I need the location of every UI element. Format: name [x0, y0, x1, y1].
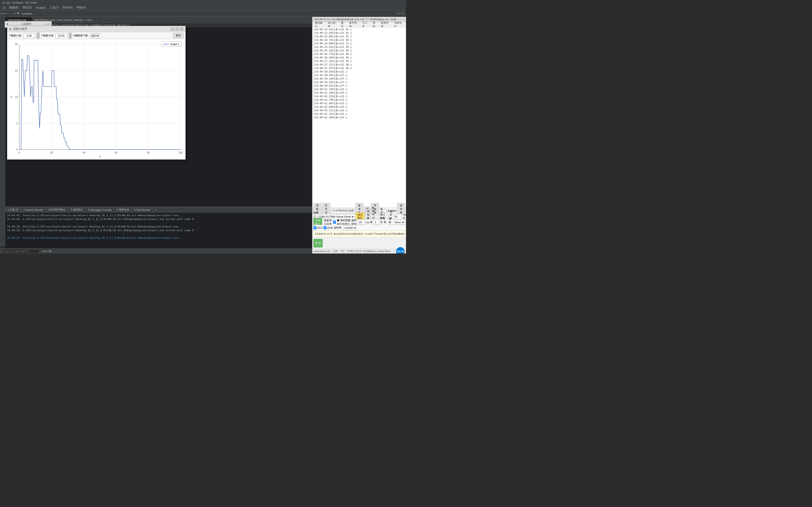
sscom-menu-bar: 通讯窗口 串口设置 显示 多字符串 小工具 帮助 联系作者 大虾论坛	[312, 22, 406, 27]
legend-label: Graph 1	[170, 43, 180, 46]
sscom-log-line-20: [14:49:41.526]发→◇33 □	[313, 95, 405, 98]
sscom-title-text: SSCOM V5.13.1 串口/网络数据调试器,作者:大虾丁丁,2618058…	[314, 18, 397, 21]
menu-item-build[interactable]: (I)	[1, 5, 7, 10]
svg-text:x: x	[99, 155, 101, 158]
log-line-6	[7, 232, 310, 236]
menu-item-tools[interactable]: 工具(T)	[48, 5, 61, 10]
sscom-log-line-17: [14:49:39.431]发→◇37 □	[313, 84, 405, 88]
chart-minimize-btn[interactable]: —	[170, 27, 174, 31]
menu-item-help[interactable]: 帮助(H)	[74, 5, 88, 10]
sscom-minimize-btn[interactable]: —	[397, 18, 400, 21]
s-stat: S:83	[333, 250, 338, 252]
sscom-menu-tools[interactable]: 小工具	[361, 22, 371, 27]
file-path-input[interactable]	[331, 209, 355, 213]
sscom-log-line-21: [14:49:41.796]发→◇33 □	[313, 98, 405, 102]
sscom-menu-multistr[interactable]: 多字符串	[348, 22, 360, 27]
chart-maximize-btn[interactable]: □	[175, 27, 179, 31]
chart-close-btn[interactable]: ×	[180, 27, 184, 31]
bottom-panel: 1 问题 33 2 Search Results 3 应用程序输出 4 编译输出…	[5, 207, 312, 253]
timed-value-input[interactable]	[393, 214, 402, 219]
english-checkbox[interactable]	[384, 209, 387, 212]
baud-select[interactable]: 115200	[343, 226, 357, 230]
sscom-menu-comwin[interactable]: 通讯窗口	[313, 22, 326, 27]
y-min-down[interactable]: ▼	[37, 36, 40, 39]
sscom-log-line-4: [14:49:34.741]发→◇31 38 □	[313, 38, 405, 42]
locate-input[interactable]	[2, 249, 40, 253]
sscom-close-btn[interactable]: ×	[403, 18, 405, 21]
menu-item-widget[interactable]: 控件(W)	[61, 5, 74, 10]
bottom-tab-summary[interactable]: 6 概要信息	[114, 207, 132, 213]
rts-checkbox[interactable]	[313, 226, 316, 229]
port-select[interactable]: COM2 ELTIMA Virtual Serial	[317, 214, 355, 219]
max-label: 最前	[380, 208, 383, 214]
bottom-tab-test[interactable]: 8 Test Results	[132, 207, 153, 213]
add-time-checkbox[interactable]	[333, 221, 336, 224]
bottom-content: 14:43:43: Starting G:\QT\serialport\buil…	[5, 213, 312, 253]
x-count-select[interactable]: 100	[90, 33, 100, 38]
sscom-menu-author[interactable]: 联系作者	[379, 22, 392, 27]
dialog-small-icon: ★	[6, 22, 9, 25]
bottom-tab-arrow[interactable]: ▼	[155, 209, 157, 211]
char-label: 第	[370, 220, 373, 224]
dtr-checkbox[interactable]	[323, 226, 326, 229]
bottom-tab-search[interactable]: 2 Search Results	[21, 207, 46, 213]
sscom-maximize-btn[interactable]: □	[401, 18, 402, 21]
svg-text:10: 10	[15, 96, 18, 98]
bottom-tab-bar: 1 问题 33 2 Search Results 3 应用程序输出 4 编译输出…	[5, 207, 312, 213]
y-min-spin: ▲ ▼	[37, 33, 40, 39]
y-max-input[interactable]	[55, 33, 67, 38]
y-max-up[interactable]: ▲	[68, 33, 72, 36]
sscom-menu-forum[interactable]: 大虾论坛	[393, 22, 405, 27]
small-maximize-btn[interactable]: □	[47, 23, 48, 25]
send-btn[interactable]: 发 送	[313, 239, 322, 247]
tab-close-1[interactable]: ×	[28, 19, 30, 21]
y-min-input[interactable]	[23, 33, 35, 38]
sscom-log-line-25: [14:49:42.323]发→◇33 □	[313, 112, 405, 116]
baud-label: 波特率:	[334, 226, 342, 230]
bottom-tab-debugger[interactable]: 5 Debugger Console	[86, 207, 114, 213]
svg-text:60: 60	[115, 151, 118, 154]
sscom-toolbar-3: 关闭串口 更多串口设置 ◆ 加时间戳和分包显示 超时时间 ms 第 字节 至 尾…	[312, 219, 406, 225]
left-sidebar	[0, 17, 5, 246]
char-num-input[interactable]	[373, 220, 379, 225]
sscom-log-line-24: [14:49:42.211]发→◇33 □	[313, 109, 405, 112]
sscom-bottom-status: www.daxia.com S:83 R:0 COM2 已打开 115200bp…	[312, 249, 406, 253]
pause-btn[interactable]: 暂停	[173, 33, 184, 38]
small-close-btn[interactable]: ×	[49, 23, 50, 25]
sscom-menu-display[interactable]: 显示	[340, 22, 347, 27]
title-bar: .cc.cpp - serialport - Qt Creator	[0, 0, 406, 5]
menu-bar: (I) 构建(B) 调试(D) Analyze 工具(T) 控件(W) 帮助(H…	[0, 5, 406, 10]
log-line-5: 14:46:19: G:/QT/serialport/build-serialp…	[7, 229, 310, 232]
svg-text:80: 80	[147, 151, 150, 154]
menu-item-build2[interactable]: 构建(B)	[7, 5, 20, 10]
sscom-log-line-13: [14:49:38.839]发→◇31 □	[313, 70, 405, 73]
upgrade-text: 【升级至V5.13.1】★合宙高性价比4G模块使得一试 ★RT-Thread中国…	[314, 232, 405, 236]
sscom-log-line-10: [14:49:37.162]发→◇31 30 □	[313, 59, 405, 63]
r-stat: R:0	[341, 250, 345, 252]
sscom-log-line-11: [14:49:37.321]发→◇31 30 □	[313, 63, 405, 66]
bottom-tab-compile[interactable]: 4 编译输出	[68, 207, 86, 213]
sscom-log-line-8: [14:49:36.776]发→◇31 38 □	[313, 52, 405, 56]
log-line-2: 14:43:49: G:/QT/serialport/build-serialp…	[7, 217, 310, 221]
small-minimize-btn[interactable]: —	[44, 23, 46, 25]
chart-toolbar: Y轴最小值: ▲ ▼ Y轴最大值: ▲ ▼ X轴数据个数: 100 暂停	[7, 32, 185, 39]
menu-item-debug[interactable]: 调试(D)	[20, 5, 34, 10]
menu-item-analyze[interactable]: Analyze	[34, 5, 48, 10]
timeout-input[interactable]	[358, 220, 365, 225]
sscom-menu-portset[interactable]: 串口设置	[326, 22, 339, 27]
tab-close-2[interactable]: ×	[93, 19, 94, 21]
sscom-menu-help[interactable]: 帮助	[371, 22, 379, 27]
bottom-tab-issues[interactable]: 1 问题 33	[5, 207, 21, 213]
rts-label: RTS	[317, 227, 322, 229]
sscom-log-line-14: [14:49:38.991]发→◇37 □	[313, 73, 405, 77]
chart-line	[19, 56, 181, 150]
sscom-panel: SSCOM V5.13.1 串口/网络数据调试器,作者:大虾丁丁,2618058…	[312, 17, 406, 253]
more-port-label: 更多串口设置	[324, 219, 332, 226]
toolbar-line-info: Line: 85,	[396, 12, 405, 15]
svg-text:20: 20	[50, 151, 53, 154]
y-max-down[interactable]: ▼	[68, 36, 72, 39]
encode-select[interactable]: None	[394, 220, 405, 225]
y-min-up[interactable]: ▲	[37, 33, 40, 36]
bottom-tab-appoutput[interactable]: 3 应用程序输出	[46, 207, 68, 213]
hex-send-checkbox[interactable]	[376, 215, 379, 218]
